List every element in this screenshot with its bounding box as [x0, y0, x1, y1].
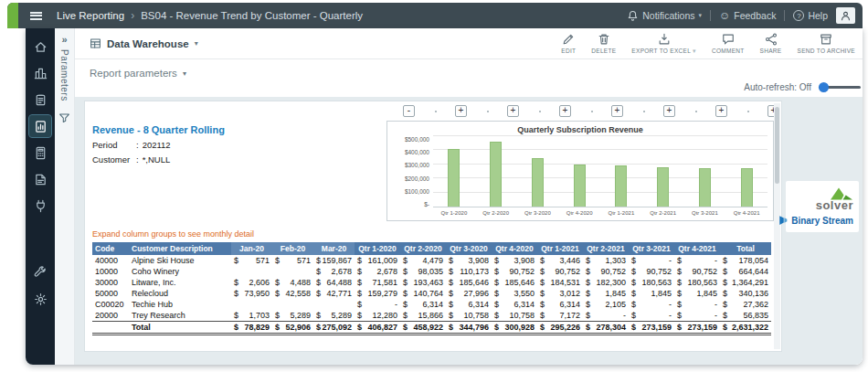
chart-bar	[615, 165, 627, 207]
chevron-down-icon[interactable]: ▾	[183, 69, 186, 78]
amount-cell: $98,035	[400, 266, 446, 277]
help-button[interactable]: ? Help	[793, 10, 828, 21]
amount-cell: $180,563	[674, 277, 720, 288]
amount-cell: $571	[231, 255, 272, 266]
app-body: » Parameters Data Warehouse ▾ EDIT	[26, 28, 863, 365]
amount-cell: $185,646	[446, 277, 492, 288]
clipboard-icon	[34, 93, 48, 107]
expand-group-button[interactable]: +	[455, 105, 467, 117]
amount-cell: $10,758	[446, 310, 492, 322]
amount-cell: $182,300	[583, 277, 629, 288]
table-row: C00020Techie Hub$-$6,314$6,314$6,314$6,3…	[92, 299, 771, 310]
outline-dot	[435, 111, 437, 112]
customer-cell: Coho Winery	[129, 266, 231, 277]
chart-bar	[741, 168, 753, 207]
amount-cell: $71,581	[355, 277, 400, 288]
user-menu-button[interactable]	[836, 7, 855, 24]
report-actions: EDIT DELETE EXPORT TO EXCEL▾ COMMENT	[561, 33, 855, 55]
share-button[interactable]: SHARE	[760, 33, 782, 54]
collapse-group-button[interactable]: -	[403, 105, 415, 117]
sidebar-item-settings[interactable]	[29, 288, 51, 310]
x-axis-label: Qtr 4-2021	[725, 210, 767, 216]
auto-refresh-toggle[interactable]	[819, 86, 861, 89]
sidebar-item-tasks[interactable]	[29, 89, 51, 111]
y-tick-label: $100,000	[405, 188, 429, 195]
amount-cell: $159,867	[313, 255, 355, 266]
sidebar-item-companies[interactable]	[29, 62, 51, 84]
total-amount-cell: $295,226	[537, 322, 583, 335]
breadcrumb-section[interactable]: Live Reporting	[57, 10, 124, 21]
sidebar-item-tools[interactable]	[29, 261, 51, 283]
export-to-excel-button[interactable]: EXPORT TO EXCEL▾	[631, 33, 696, 55]
x-axis-label: Qtr 4-2020	[558, 210, 600, 216]
expand-parameters-button[interactable]: »	[61, 34, 67, 45]
code-cell	[92, 322, 129, 335]
amount-cell: $3,550	[492, 288, 537, 299]
y-tick-label: $200,000	[405, 175, 429, 182]
help-label: Help	[808, 10, 828, 21]
total-amount-cell: $273,159	[629, 322, 674, 335]
column-header: Qtr 3-2020	[446, 242, 492, 255]
report-header-area: Revenue - 8 Quarter Rolling Period:20211…	[92, 121, 774, 223]
data-source-label: Data Warehouse	[107, 38, 189, 49]
page: Live Reporting › BS04 - Revenue Trend by…	[0, 0, 868, 372]
send-to-archive-button[interactable]: SEND TO ARCHIVE	[798, 33, 856, 54]
sidebar-item-home[interactable]	[29, 36, 51, 58]
bar-slot	[600, 136, 642, 207]
sidebar-item-documents[interactable]	[29, 168, 51, 190]
column-header: Feb-20	[272, 242, 313, 255]
chart-body: $500,000$400,000$300,000$200,000$100,000…	[393, 136, 767, 218]
report-toolbar: Data Warehouse ▾ EDIT DELETE EXPORT TO E…	[75, 28, 863, 59]
breadcrumb: Live Reporting › BS04 - Revenue Trend by…	[57, 9, 363, 22]
comment-button[interactable]: COMMENT	[712, 33, 745, 54]
expand-group-button[interactable]: +	[715, 105, 727, 117]
bar-slot	[642, 136, 684, 207]
expand-group-button[interactable]: +	[507, 105, 519, 117]
vertical-scrollbar[interactable]	[774, 103, 780, 349]
expand-group-button[interactable]: +	[611, 105, 623, 117]
amount-cell: $1,845	[629, 288, 674, 299]
outline-dot	[487, 111, 489, 112]
sidebar-item-reports[interactable]	[29, 115, 51, 137]
chart-bar	[448, 149, 460, 207]
buildings-icon	[34, 67, 48, 80]
data-source-selector[interactable]: Data Warehouse ▾	[90, 37, 198, 49]
notifications-button[interactable]: Notifications ▾	[627, 10, 702, 22]
bar-slot	[684, 136, 726, 207]
expand-group-button[interactable]: +	[559, 105, 571, 117]
code-cell: 30000	[92, 277, 129, 288]
amount-cell: $664,644	[720, 266, 771, 277]
report-parameters-label[interactable]: Report parameters	[90, 68, 177, 79]
amount-cell: $161,009	[355, 255, 400, 266]
page-title: BS04 - Revenue Trend by Customer - Quart…	[141, 10, 363, 21]
expand-group-button[interactable]: +	[663, 105, 675, 117]
amount-cell: $6,314	[400, 299, 446, 310]
calculator-icon	[34, 146, 48, 160]
chart-bar	[490, 142, 502, 207]
delete-button[interactable]: DELETE	[591, 33, 616, 54]
table-header-row: CodeCustomer DescriptionJan-20Feb-20Mar-…	[92, 242, 771, 255]
amount-cell: $1,845	[583, 288, 629, 299]
app-header: Live Reporting › BS04 - Revenue Trend by…	[7, 3, 863, 28]
column-header: Code	[92, 242, 129, 255]
amount-cell: $571	[272, 255, 313, 266]
x-axis-label: Qtr 3-2020	[517, 210, 559, 216]
edit-button[interactable]: EDIT	[561, 33, 576, 54]
sidebar-item-calculator[interactable]	[29, 142, 51, 164]
amount-cell: $159,279	[355, 288, 400, 299]
filter-icon[interactable]	[58, 112, 70, 128]
amount-cell: $1,303	[583, 255, 629, 266]
sidebar-item-integrations[interactable]	[29, 195, 51, 217]
amount-cell: $5,289	[272, 310, 313, 322]
amount-cell: $1,364,291	[720, 277, 771, 288]
chart-bar	[574, 165, 586, 207]
menu-icon[interactable]	[30, 12, 42, 20]
column-header: Qtr 4-2021	[674, 242, 720, 255]
amount-cell: $-	[674, 299, 720, 310]
amount-cell: $193,463	[400, 277, 446, 288]
bar-slot	[725, 136, 767, 207]
binary-stream-wordmark: Binary Stream	[791, 216, 853, 226]
feedback-button[interactable]: ☺ Feedback	[719, 10, 776, 21]
amount-cell: $3,446	[537, 255, 583, 266]
x-axis-label: Qtr 2-2021	[642, 210, 684, 216]
